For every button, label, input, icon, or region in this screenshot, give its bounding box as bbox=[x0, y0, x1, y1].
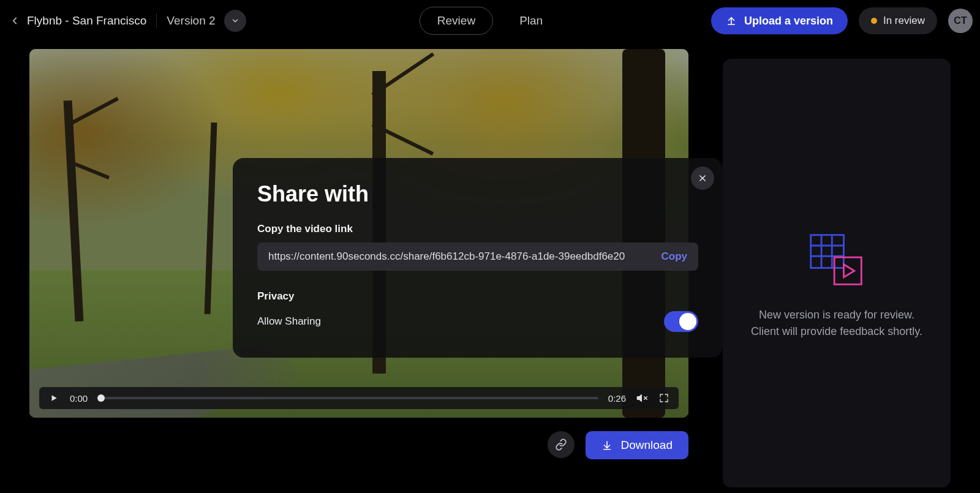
svg-rect-11 bbox=[834, 257, 861, 284]
play-icon[interactable] bbox=[48, 392, 60, 404]
avatar[interactable]: CT bbox=[948, 9, 973, 33]
fullscreen-icon[interactable] bbox=[658, 392, 670, 404]
header-divider bbox=[156, 13, 157, 28]
close-icon[interactable] bbox=[691, 167, 714, 190]
side-panel: New version is ready for review. Client … bbox=[723, 59, 951, 487]
download-icon bbox=[601, 440, 612, 451]
svg-marker-12 bbox=[844, 265, 854, 277]
video-controls: 0:00 0:26 bbox=[39, 387, 679, 409]
video-duration: 0:26 bbox=[608, 393, 626, 404]
share-url-field[interactable]: https://content.90seconds.cc/share/f6b61… bbox=[257, 243, 698, 271]
share-modal: Share with Copy the video link https://c… bbox=[233, 158, 723, 358]
header-right: Upload a version In review CT bbox=[711, 7, 973, 34]
tab-plan[interactable]: Plan bbox=[502, 7, 560, 35]
status-label: In review bbox=[883, 15, 925, 27]
download-button[interactable]: Download bbox=[586, 431, 689, 459]
download-label: Download bbox=[621, 438, 673, 452]
version-selector[interactable]: Version 2 bbox=[167, 10, 246, 32]
privacy-label: Privacy bbox=[257, 290, 698, 303]
header-bar: Flybnb - San Francisco Version 2 Review … bbox=[0, 0, 980, 42]
allow-sharing-label: Allow Sharing bbox=[257, 315, 321, 328]
upload-icon bbox=[726, 15, 737, 26]
video-current-time: 0:00 bbox=[70, 393, 88, 404]
share-url-text: https://content.90seconds.cc/share/f6b61… bbox=[268, 250, 662, 263]
chevron-down-icon[interactable] bbox=[224, 10, 246, 32]
status-pill: In review bbox=[859, 7, 937, 34]
share-link-button[interactable] bbox=[548, 431, 575, 458]
project-title: Flybnb - San Francisco bbox=[27, 14, 146, 28]
copy-link-label: Copy the video link bbox=[257, 223, 698, 235]
volume-muted-icon[interactable] bbox=[636, 392, 648, 404]
status-dot-icon bbox=[871, 18, 877, 24]
upload-label: Upload a version bbox=[744, 15, 833, 28]
svg-marker-1 bbox=[52, 395, 57, 401]
side-message-1: New version is ready for review. bbox=[759, 309, 914, 322]
video-progress[interactable] bbox=[97, 397, 598, 399]
side-message-2: Client will provide feedback shortly. bbox=[751, 325, 922, 338]
copy-button[interactable]: Copy bbox=[662, 250, 688, 263]
empty-state-icon bbox=[807, 230, 866, 289]
svg-rect-6 bbox=[811, 235, 844, 268]
version-label: Version 2 bbox=[167, 14, 215, 28]
tab-review[interactable]: Review bbox=[420, 7, 493, 35]
modal-title: Share with bbox=[257, 181, 698, 207]
allow-sharing-toggle[interactable] bbox=[664, 311, 698, 332]
svg-marker-2 bbox=[638, 395, 642, 402]
center-tabs: Review Plan bbox=[420, 7, 560, 35]
upload-version-button[interactable]: Upload a version bbox=[711, 7, 848, 34]
allow-sharing-row: Allow Sharing bbox=[257, 311, 698, 332]
back-icon[interactable] bbox=[6, 12, 23, 29]
video-actions: Download bbox=[29, 431, 688, 459]
